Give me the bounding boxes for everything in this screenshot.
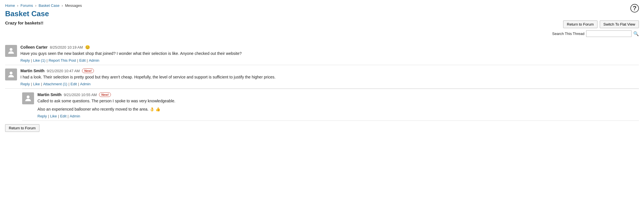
action-sep: | — [58, 114, 59, 118]
action-like[interactable]: Like — [50, 114, 57, 118]
search-label: Search This Thread — [552, 32, 584, 36]
page-title: Basket Case — [5, 9, 639, 18]
action-sep: | — [47, 58, 47, 63]
page-subtitle: Crazy for baskets!! — [5, 20, 43, 25]
post-item: Martin Smith 9/21/2020 10:55 AM New! Cal… — [22, 89, 639, 121]
post-meta: Colleen Carter 8/25/2020 10:19 AM 😊 — [20, 45, 639, 49]
posts-container: Colleen Carter 8/25/2020 10:19 AM 😊 Have… — [5, 42, 639, 121]
post-item: Colleen Carter 8/25/2020 10:19 AM 😊 Have… — [5, 42, 639, 65]
badge-new: New! — [99, 92, 111, 97]
action-sep: | — [48, 114, 49, 118]
action-edit[interactable]: Edit — [79, 58, 85, 63]
action-sep: | — [87, 58, 88, 63]
action-sep: | — [31, 82, 32, 86]
breadcrumb-home[interactable]: Home — [5, 3, 15, 8]
switch-to-flat-view-button[interactable]: Switch To Flat View — [600, 20, 639, 28]
action-reply[interactable]: Reply — [20, 58, 30, 63]
breadcrumb: Home › Forums › Basket Case › Messages — [5, 3, 639, 8]
action-sep: | — [78, 82, 79, 86]
action-attachment--1-[interactable]: Attachment (1) — [43, 82, 67, 86]
action-sep: | — [68, 114, 68, 118]
post-author: Martin Smith — [37, 92, 62, 97]
post-author: Colleen Carter — [20, 45, 48, 49]
avatar — [5, 45, 17, 57]
action-admin[interactable]: Admin — [89, 58, 99, 63]
post-meta: Martin Smith 9/21/2020 10:47 AM New! — [20, 69, 639, 73]
breadcrumb-messages: Messages — [65, 3, 82, 8]
post-emoji: 😊 — [85, 45, 90, 49]
svg-point-1 — [10, 72, 12, 74]
search-row: Search This Thread 🔍 — [552, 30, 639, 37]
header-btn-row: Return to Forum Switch To Flat View — [563, 20, 639, 28]
action-reply[interactable]: Reply — [20, 82, 30, 86]
action-like[interactable]: Like — [33, 82, 40, 86]
return-to-forum-button-top[interactable]: Return to Forum — [563, 20, 597, 28]
post-date: 9/21/2020 10:55 AM — [64, 93, 97, 97]
post-actions: Reply|Like (1)|Report This Post|Edit|Adm… — [20, 58, 639, 63]
action-edit[interactable]: Edit — [71, 82, 77, 86]
post-text: Called to ask some questions. The person… — [37, 98, 639, 104]
bottom-bar: Return to Forum — [5, 124, 639, 132]
svg-point-2 — [27, 96, 30, 98]
action-sep: | — [41, 82, 42, 86]
action-admin[interactable]: Admin — [70, 114, 80, 118]
badge-new: New! — [82, 69, 94, 73]
top-bar: Crazy for baskets!! Return to Forum Swit… — [5, 20, 639, 37]
return-to-forum-button-bottom[interactable]: Return to Forum — [5, 124, 39, 132]
action-like--1-[interactable]: Like (1) — [33, 58, 45, 63]
action-sep: | — [68, 82, 69, 86]
action-sep: | — [31, 58, 32, 63]
post-author: Martin Smith — [20, 69, 45, 73]
post-actions: Reply|Like|Attachment (1)|Edit|Admin — [20, 82, 639, 86]
post-date: 8/25/2020 10:19 AM — [50, 45, 83, 49]
avatar — [5, 69, 17, 80]
action-edit[interactable]: Edit — [60, 114, 66, 118]
breadcrumb-sep-1: › — [17, 3, 18, 8]
breadcrumb-forums[interactable]: Forums — [20, 3, 33, 8]
search-icon-button[interactable]: 🔍 — [633, 31, 639, 36]
post-actions: Reply|Like|Edit|Admin — [37, 114, 639, 118]
post-text: Have you guys seen the new basket shop t… — [20, 51, 639, 57]
post-body: Martin Smith 9/21/2020 10:55 AM New! Cal… — [37, 92, 639, 118]
avatar — [22, 92, 34, 104]
search-input[interactable] — [586, 30, 632, 37]
post-meta: Martin Smith 9/21/2020 10:55 AM New! — [37, 92, 639, 97]
post-body: Martin Smith 9/21/2020 10:47 AM New! I h… — [20, 69, 639, 86]
post-text: I had a look. Their selection is pretty … — [20, 74, 639, 80]
svg-point-0 — [10, 48, 12, 51]
post-item: Martin Smith 9/21/2020 10:47 AM New! I h… — [5, 65, 639, 89]
breadcrumb-sep-3: › — [62, 3, 63, 8]
action-reply[interactable]: Reply — [37, 114, 47, 118]
top-bar-left: Crazy for baskets!! — [5, 20, 43, 25]
help-icon[interactable]: ? — [630, 4, 639, 13]
top-bar-right: Return to Forum Switch To Flat View Sear… — [552, 20, 639, 37]
breadcrumb-sep-2: › — [35, 3, 36, 8]
action-sep: | — [77, 58, 78, 63]
action-admin[interactable]: Admin — [80, 82, 91, 86]
post-date: 9/21/2020 10:47 AM — [47, 69, 80, 73]
post-extra-text: Also an experienced ballooner who recent… — [37, 106, 639, 112]
breadcrumb-basket-case[interactable]: Basket Case — [39, 3, 60, 8]
action-report-this-post[interactable]: Report This Post — [49, 58, 76, 63]
post-body: Colleen Carter 8/25/2020 10:19 AM 😊 Have… — [20, 45, 639, 63]
